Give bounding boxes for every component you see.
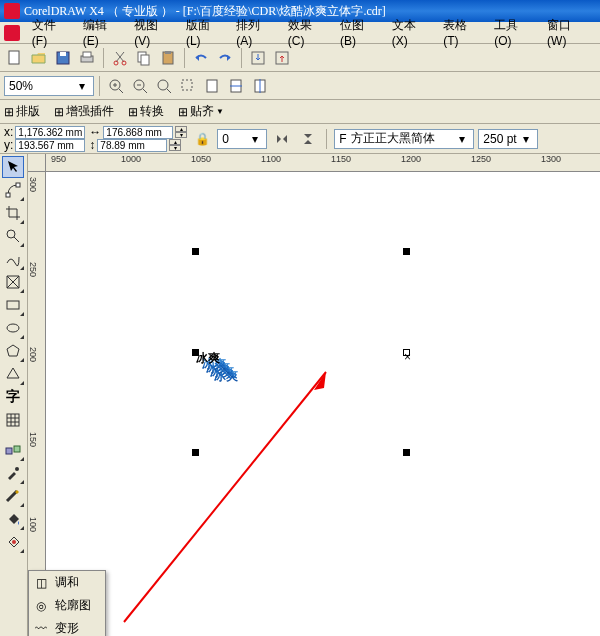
workspace: 字 ◫调和 ◎轮廓图 〰变形 ◪阴影 ⬚封套 ◨立体化 ▥透明度 950 100… (0, 154, 600, 636)
lock-ratio-button[interactable]: 🔒 (191, 128, 213, 150)
zoom-out-button[interactable] (129, 75, 151, 97)
svg-rect-21 (16, 183, 20, 187)
crop-tool[interactable] (2, 202, 24, 224)
print-button[interactable] (76, 47, 98, 69)
ruler-corner[interactable] (28, 154, 46, 172)
width-input[interactable] (103, 126, 173, 139)
menu-text[interactable]: 文本(X) (386, 15, 438, 50)
interactive-fill-tool[interactable] (2, 531, 24, 553)
menu-bar: 文件(F) 编辑(E) 视图(V) 版面(L) 排列(A) 效果(C) 位图(B… (0, 22, 600, 44)
font-combo[interactable]: F方正正大黑简体▾ (334, 129, 474, 149)
property-bar: x: y: ↔▴▾ ↕▴▾ 🔒 0▾ F方正正大黑简体▾ 250 pt▾ (0, 124, 600, 154)
y-input[interactable] (15, 139, 85, 152)
vertical-ruler[interactable]: 300 250 200 150 100 (28, 172, 46, 636)
canvas-area: 950 1000 1050 1100 1150 1200 1250 1300 3… (28, 154, 600, 636)
new-button[interactable] (4, 47, 26, 69)
svg-point-28 (15, 467, 19, 471)
menu-tools[interactable]: 工具(O) (488, 15, 541, 50)
menu-effects[interactable]: 效果(C) (282, 15, 334, 50)
ellipse-tool[interactable] (2, 317, 24, 339)
save-button[interactable] (52, 47, 74, 69)
svg-text:冰爽: 冰爽 (196, 351, 221, 365)
tab-snap[interactable]: ⊞贴齐▼ (178, 103, 224, 120)
redo-button[interactable] (214, 47, 236, 69)
zoom-page-button[interactable] (201, 75, 223, 97)
zoom-height-button[interactable] (249, 75, 271, 97)
svg-point-15 (158, 80, 168, 90)
menu-window[interactable]: 窗口(W) (541, 15, 596, 50)
zoom-in-button[interactable] (105, 75, 127, 97)
svg-rect-23 (7, 301, 19, 309)
menu-view[interactable]: 视图(V) (128, 15, 180, 50)
import-button[interactable] (247, 47, 269, 69)
zoom-combo[interactable]: 50% ▾ (4, 76, 94, 96)
menu-bitmap[interactable]: 位图(B) (334, 15, 386, 50)
menu-file[interactable]: 文件(F) (26, 15, 77, 50)
svg-rect-8 (141, 55, 149, 65)
size-fields: ↔▴▾ ↕▴▾ (89, 126, 187, 152)
table-tool[interactable] (2, 409, 24, 431)
mirror-v-button[interactable] (297, 128, 319, 150)
zoom-toolbar: 50% ▾ (0, 72, 600, 100)
svg-rect-20 (6, 193, 10, 197)
x-input[interactable] (15, 126, 85, 139)
rectangle-tool[interactable] (2, 294, 24, 316)
menu-arrange[interactable]: 排列(A) (230, 15, 282, 50)
svg-rect-27 (14, 446, 20, 452)
zoom-value: 50% (9, 79, 75, 93)
dropdown-arrow-icon: ▾ (75, 79, 89, 93)
center-marker[interactable]: × (403, 349, 410, 356)
tab-convert[interactable]: ⊞转换 (128, 103, 164, 120)
svg-rect-10 (165, 51, 171, 54)
fill-tool[interactable] (2, 508, 24, 530)
open-button[interactable] (28, 47, 50, 69)
menu-edit[interactable]: 编辑(E) (77, 15, 129, 50)
basic-shapes-tool[interactable] (2, 363, 24, 385)
smart-fill-tool[interactable] (2, 271, 24, 293)
paste-button[interactable] (157, 47, 179, 69)
canvas[interactable]: 冰爽 冰爽 冰爽 冰爽 冰爽 (46, 172, 600, 636)
zoom-tool[interactable] (2, 225, 24, 247)
pick-tool[interactable] (2, 156, 24, 178)
undo-button[interactable] (190, 47, 212, 69)
app-icon (4, 3, 20, 19)
artwork-3d-text[interactable]: 冰爽 冰爽 冰爽 冰爽 冰爽 (196, 252, 600, 452)
svg-rect-25 (7, 414, 19, 426)
freehand-tool[interactable] (2, 248, 24, 270)
eyedropper-tool[interactable] (2, 462, 24, 484)
export-button[interactable] (271, 47, 293, 69)
tab-layout[interactable]: ⊞排版 (4, 103, 40, 120)
svg-point-29 (12, 540, 16, 544)
svg-rect-2 (60, 52, 66, 56)
flyout-distort[interactable]: 〰变形 (29, 617, 105, 636)
shape-tool[interactable] (2, 179, 24, 201)
cut-button[interactable] (109, 47, 131, 69)
app-icon-small (4, 25, 20, 41)
height-input[interactable] (97, 139, 167, 152)
svg-rect-17 (207, 80, 217, 92)
mirror-h-button[interactable] (271, 128, 293, 150)
svg-point-22 (7, 230, 15, 238)
horizontal-ruler[interactable]: 950 1000 1050 1100 1150 1200 1250 1300 (46, 154, 600, 172)
flyout-blend[interactable]: ◫调和 (29, 571, 105, 594)
zoom-selection-button[interactable] (177, 75, 199, 97)
svg-point-24 (7, 324, 19, 332)
flyout-contour[interactable]: ◎轮廓图 (29, 594, 105, 617)
rotate-combo[interactable]: 0▾ (217, 129, 267, 149)
zoom-width-button[interactable] (225, 75, 247, 97)
font-size-combo[interactable]: 250 pt▾ (478, 129, 538, 149)
menu-table[interactable]: 表格(T) (437, 15, 488, 50)
outline-tool[interactable] (2, 485, 24, 507)
copy-button[interactable] (133, 47, 155, 69)
interactive-blend-tool[interactable] (2, 439, 24, 461)
zoom-all-button[interactable] (153, 75, 175, 97)
polygon-tool[interactable] (2, 340, 24, 362)
toolbox: 字 (0, 154, 28, 636)
position-fields: x: y: (4, 126, 85, 152)
text-tool[interactable]: 字 (2, 386, 24, 408)
svg-rect-16 (182, 80, 192, 90)
menu-layout[interactable]: 版面(L) (180, 15, 230, 50)
svg-rect-26 (6, 448, 12, 454)
tab-enhance[interactable]: ⊞增强插件 (54, 103, 114, 120)
plugin-toolbar: ⊞排版 ⊞增强插件 ⊞转换 ⊞贴齐▼ (0, 100, 600, 124)
